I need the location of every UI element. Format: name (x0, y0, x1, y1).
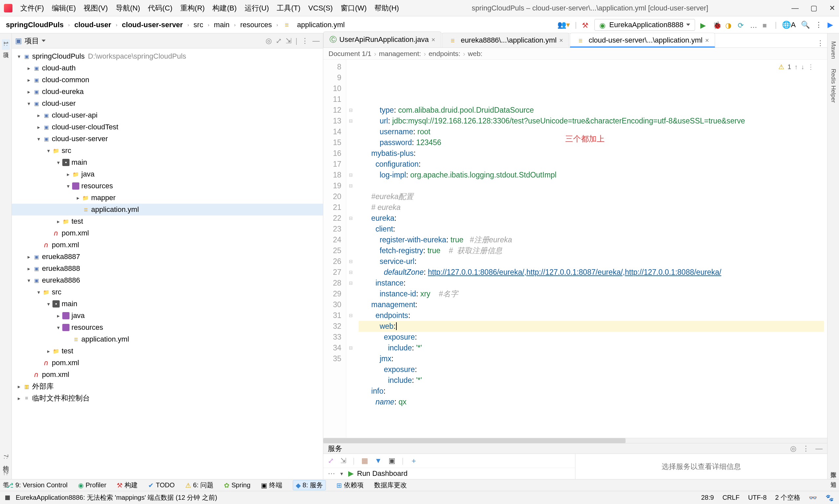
crumb-endpoints[interactable]: endpoints: (429, 50, 460, 58)
tw-vcs[interactable]: ⎇9: Version Control (6, 481, 68, 489)
locale-icon[interactable]: 🌐A (782, 21, 796, 29)
tw-problems[interactable]: ⚠6: 问题 (185, 481, 213, 490)
panel-more-icon[interactable]: ⋮ (301, 37, 309, 45)
tree-e86-pom[interactable]: pom.xml (12, 357, 323, 369)
maximize-icon[interactable]: ▢ (810, 4, 817, 13)
tree-cus-pom[interactable]: pom.xml (12, 227, 323, 239)
menu-help[interactable]: 帮助(H) (374, 3, 399, 13)
svc-collapse-icon[interactable]: ⇲ (340, 456, 346, 465)
chevron-right-icon[interactable]: ▶ (827, 21, 833, 29)
pet-icon[interactable]: 🐾 (825, 494, 834, 502)
expand-all-icon[interactable]: ⤢ (276, 37, 281, 45)
tree-erueka8887[interactable]: erueka8887 (12, 251, 323, 263)
crumb-3[interactable]: src (193, 21, 203, 29)
close-tab-icon[interactable]: × (705, 37, 709, 44)
tree-cloud-user-cloudtest[interactable]: cloud-user-cloudTest (12, 121, 323, 133)
stop-icon[interactable]: ■ (763, 21, 770, 29)
svc-tree-arrow[interactable] (338, 471, 345, 477)
crumb-5[interactable]: resources (240, 21, 272, 29)
next-highlight-icon[interactable]: ↓ (801, 61, 804, 72)
reader-mode-icon[interactable]: 👓 (809, 494, 817, 502)
project-tree[interactable]: springCloudPulsD:\workspace\springCloudP… (12, 49, 323, 479)
profile-icon[interactable]: ⟳ (738, 21, 745, 29)
right-tab-notify[interactable]: 通知 (829, 475, 837, 479)
tree-e86-resources[interactable]: resources (12, 322, 323, 334)
close-tab-icon[interactable]: × (559, 37, 563, 44)
tab-eureka8886-yml[interactable]: eureka8886\...\application.yml× (442, 33, 569, 48)
tree-root-pom[interactable]: pom.xml (12, 369, 323, 380)
tree-cus-appyml[interactable]: application.yml (12, 204, 323, 215)
crumb-6[interactable]: application.yml (297, 21, 345, 29)
tree-cloud-auth[interactable]: cloud-auth (12, 62, 323, 74)
panel-minimize-icon[interactable]: — (312, 37, 320, 45)
tree-cus-main[interactable]: main (12, 157, 323, 168)
close-tab-icon[interactable]: × (431, 36, 435, 43)
tab-overflow-icon[interactable]: ⋮ (817, 39, 824, 48)
right-tab-maven[interactable]: Maven (830, 39, 837, 61)
run-icon[interactable]: ▶ (700, 21, 707, 29)
menu-view[interactable]: 视图(V) (84, 3, 107, 13)
menu-vcs[interactable]: VCS(S) (308, 4, 333, 13)
tree-cus-mapper[interactable]: mapper (12, 192, 323, 204)
crumb-2[interactable]: cloud-user-server (122, 21, 183, 29)
menu-edit[interactable]: 编辑(E) (52, 3, 76, 13)
code-with-me-icon[interactable]: 👥▾ (558, 21, 570, 29)
menu-refactor[interactable]: 重构(R) (180, 3, 205, 13)
encoding[interactable]: UTF-8 (748, 494, 767, 501)
svc-filter-icon[interactable]: ▼ (375, 456, 382, 465)
tree-cus-resources[interactable]: resources (12, 180, 323, 192)
tree-cloud-common[interactable]: cloud-common (12, 74, 323, 86)
tw-services[interactable]: ◆8: 服务 (293, 480, 326, 490)
tree-cloud-eureka[interactable]: cloud-eureka (12, 86, 323, 97)
menu-run[interactable]: 运行(U) (244, 3, 269, 13)
fold-gutter[interactable]: ⊟⊟⊟⊟⊟⊟⊟⊟⊟⊟ (346, 59, 355, 438)
tree-erueka8888[interactable]: erueka8888 (12, 263, 323, 274)
tw-dbchange[interactable]: 数据库更改 (374, 481, 407, 490)
services-more-icon[interactable]: ⋮ (802, 445, 809, 453)
minimize-icon[interactable]: — (791, 4, 799, 13)
crumb-1[interactable]: cloud-user (74, 21, 111, 29)
tree-e86-src[interactable]: src (12, 286, 323, 298)
menu-nav[interactable]: 导航(N) (116, 3, 140, 13)
panel-settings-icon[interactable]: | (295, 37, 297, 45)
search-icon[interactable]: 🔍 (801, 21, 810, 29)
tree-cu-pom[interactable]: pom.xml (12, 239, 323, 251)
tree-ext-lib[interactable]: 外部库 (12, 380, 323, 392)
close-icon[interactable]: ✕ (829, 4, 835, 13)
menu-code[interactable]: 代码(C) (148, 3, 172, 13)
run-config-combo[interactable]: ◉ EurekaApplication8888 (595, 19, 695, 31)
services-minimize-icon[interactable]: — (816, 445, 823, 453)
crumb-4[interactable]: main (214, 21, 229, 29)
svc-run-icon[interactable]: ▶ (348, 469, 354, 478)
tree-e86-java[interactable]: java (12, 310, 323, 322)
project-combo[interactable]: ▣项目 (15, 36, 46, 46)
code-source[interactable]: ⚠ 1 ↑ ↓ ⋮ 三个都加上 type: com.alibaba.druid.… (355, 59, 827, 438)
menu-file[interactable]: 文件(F) (20, 3, 44, 13)
code-editor[interactable]: 8910111213141516171819202122232425262728… (323, 59, 827, 438)
tree-e86-main[interactable]: main (12, 298, 323, 310)
attach-icon[interactable]: … (750, 21, 757, 29)
tab-cloud-user-server-yml[interactable]: cloud-user-server\...\application.yml× (570, 33, 715, 48)
right-tab-database[interactable]: 数据库 (829, 465, 837, 469)
coverage-icon[interactable]: ◑ (725, 21, 733, 29)
services-target-icon[interactable]: ◎ (790, 445, 797, 453)
caret-pos[interactable]: 28:9 (701, 494, 714, 501)
prev-highlight-icon[interactable]: ↑ (794, 61, 798, 72)
tw-terminal[interactable]: ▣终端 (261, 481, 282, 490)
tree-cloud-user-server[interactable]: cloud-user-server (12, 133, 323, 145)
more-inspect-icon[interactable]: ⋮ (807, 61, 814, 72)
right-tab-redis[interactable]: Redis Helper (830, 67, 837, 105)
indent[interactable]: 2 个空格 (775, 493, 800, 502)
menu-tools[interactable]: 工具(T) (277, 3, 300, 13)
tree-cloud-user[interactable]: cloud-user (12, 97, 323, 109)
tab-userapi[interactable]: ⒸUserApiRunApplication.java× (323, 32, 441, 48)
svc-open-icon[interactable]: ▣ (389, 456, 395, 465)
svc-add-icon[interactable]: ＋ (410, 456, 417, 466)
select-opened-icon[interactable]: ◎ (266, 37, 272, 45)
tw-todo[interactable]: ✔TODO (148, 481, 174, 489)
collapse-all-icon[interactable]: ⇲ (286, 37, 291, 45)
tree-e86-test[interactable]: test (12, 345, 323, 357)
tw-build[interactable]: ⚒构建 (117, 481, 138, 490)
tree-cloud-user-api[interactable]: cloud-user-api (12, 109, 323, 121)
tree-cus-test[interactable]: test (12, 215, 323, 227)
